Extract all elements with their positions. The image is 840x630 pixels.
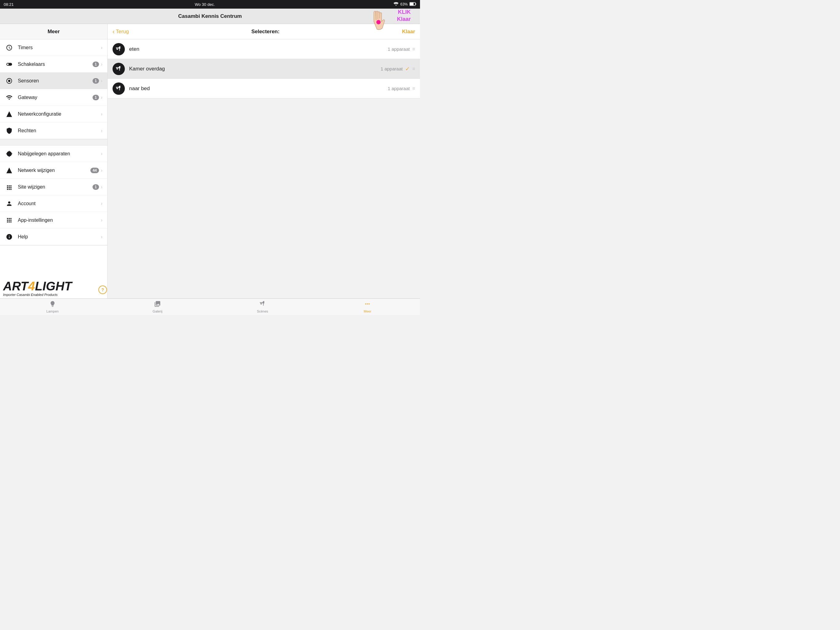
netwerkconfiguratie-chevron: › [101, 111, 103, 117]
schakelaars-badge: 1 [93, 62, 99, 67]
netwerk-wijzigen-chevron: › [101, 168, 103, 173]
sidebar-section-1: Timers › Schakelaars 1 › Sensoren 1 › [0, 40, 107, 139]
nearby-icon [5, 149, 14, 158]
nav-title: Casambi Kennis Centrum [178, 13, 242, 19]
scene-count-kamer-overdag: 1 apparaat [381, 66, 403, 71]
status-bar: 08:21 Wo 30 dec. 63% [0, 0, 420, 9]
gateway-label: Gateway [18, 95, 93, 100]
scene-count-eten: 1 apparaat [388, 46, 410, 52]
sidebar-item-timers[interactable]: Timers › [0, 40, 107, 56]
sidebar-item-site-wijzigen[interactable]: Site wijzigen 1 › [0, 179, 107, 195]
sidebar-item-gateway[interactable]: Gateway 1 › [0, 89, 107, 106]
site-wijzigen-icon [5, 183, 14, 192]
timers-label: Timers [18, 45, 101, 51]
timers-chevron: › [101, 45, 103, 51]
schakelaars-chevron: › [101, 62, 103, 67]
schakelaars-label: Schakelaars [18, 62, 93, 67]
scene-name-kamer-overdag: Kamer overdag [129, 66, 381, 72]
back-chevron-icon: ‹ [112, 28, 115, 35]
battery-icon [409, 2, 416, 7]
content-area: ‹ Terug Selecteren: Klaar eten 1 apparaa… [107, 24, 420, 298]
netwerk-wijzigen-icon [5, 166, 14, 175]
app-instellingen-chevron: › [101, 217, 103, 223]
sidebar-item-netwerk-wijzigen[interactable]: Netwerk wijzigen 44 › [0, 162, 107, 179]
scene-drag-naar-bed: ≡ [412, 86, 415, 91]
scene-drag-eten: ≡ [412, 46, 415, 52]
app-instellingen-label: App-instellingen [18, 217, 101, 223]
lamp-icon [49, 301, 56, 309]
rechten-chevron: › [101, 128, 103, 133]
tab-galerij[interactable]: Galerij [105, 299, 210, 315]
sensor-icon [5, 77, 14, 85]
netwerkconfiguratie-label: Netwerkconfiguratie [18, 111, 101, 117]
sensoren-badge: 1 [93, 78, 99, 84]
gateway-badge: 1 [93, 95, 99, 100]
battery-text: 63% [400, 2, 408, 6]
sidebar-item-schakelaars[interactable]: Schakelaars 1 › [0, 56, 107, 73]
info-icon [5, 233, 14, 241]
status-date: Wo 30 dec. [195, 2, 215, 7]
site-wijzigen-label: Site wijzigen [18, 184, 93, 190]
tab-scenes-label: Scènes [257, 309, 268, 313]
gateway-chevron: › [101, 95, 103, 100]
scene-name-naar-bed: naar bed [129, 85, 388, 92]
sidebar-divider [0, 139, 107, 146]
done-button[interactable]: Klaar [402, 28, 415, 35]
scene-list: eten 1 apparaat ≡ Kamer overdag 1 appara… [107, 40, 420, 98]
sidebar-item-netwerkconfiguratie[interactable]: Netwerkconfiguratie › [0, 106, 107, 122]
svg-rect-2 [415, 3, 416, 5]
account-icon [5, 199, 14, 208]
scene-count-naar-bed: 1 apparaat [388, 86, 410, 91]
network-config-icon [5, 110, 14, 119]
back-button[interactable]: ‹ Terug [112, 28, 129, 35]
tab-bar: Lampen Galerij Scènes Meer [0, 298, 420, 315]
rechten-label: Rechten [18, 128, 101, 133]
account-chevron: › [101, 201, 103, 206]
sidebar-item-app-instellingen[interactable]: App-instellingen › [0, 212, 107, 229]
tab-scenes[interactable]: Scènes [210, 299, 315, 315]
scene-tab-icon [259, 301, 266, 309]
sidebar: Meer Timers › Schakelaars 1 › [0, 24, 107, 298]
more-icon [364, 301, 371, 309]
content-header: ‹ Terug Selecteren: Klaar [107, 24, 420, 40]
clock-icon [5, 43, 14, 52]
switch-icon [5, 60, 14, 69]
svg-rect-1 [410, 3, 414, 5]
nabijgelegen-chevron: › [101, 151, 103, 157]
klik-dot [376, 20, 381, 24]
sidebar-item-account[interactable]: Account › [0, 195, 107, 212]
scene-icon-eten [112, 43, 125, 55]
nav-bar: Casambi Kennis Centrum [0, 9, 420, 24]
sidebar-section-2: Nabijgelegen apparaten › Netwerk wijzige… [0, 146, 107, 245]
scene-item-kamer-overdag[interactable]: Kamer overdag 1 apparaat ✓ ≡ [107, 59, 420, 79]
help-button[interactable]: ? [98, 285, 107, 294]
site-wijzigen-badge: 1 [93, 184, 99, 190]
help-circle-icon: ? [98, 285, 107, 294]
scene-item-naar-bed[interactable]: naar bed 1 apparaat ≡ [107, 79, 420, 98]
shield-icon [5, 127, 14, 135]
sidebar-item-nabijgelegen[interactable]: Nabijgelegen apparaten › [0, 146, 107, 162]
help-chevron: › [101, 234, 103, 240]
scene-drag-kamer-overdag: ≡ [412, 66, 415, 72]
help-label: Help [18, 234, 101, 240]
scene-icon-kamer-overdag [112, 63, 125, 75]
account-label: Account [18, 201, 101, 206]
nabijgelegen-label: Nabijgelegen apparaten [18, 151, 101, 157]
scene-item-eten[interactable]: eten 1 apparaat ≡ [107, 40, 420, 59]
sidebar-item-rechten[interactable]: Rechten › [0, 122, 107, 139]
gateway-icon [5, 93, 14, 102]
scene-icon-naar-bed [112, 82, 125, 95]
tab-lampen[interactable]: Lampen [0, 299, 105, 315]
main-layout: Meer Timers › Schakelaars 1 › [0, 24, 420, 298]
tab-galerij-label: Galerij [153, 309, 163, 313]
back-label: Terug [116, 28, 129, 35]
sidebar-header: Meer [0, 24, 107, 40]
content-title: Selecteren: [134, 28, 397, 35]
tab-meer[interactable]: Meer [315, 299, 420, 315]
sidebar-item-help[interactable]: Help › [0, 229, 107, 245]
sensoren-chevron: › [101, 78, 103, 84]
app-settings-icon [5, 216, 14, 225]
tab-lampen-label: Lampen [46, 309, 59, 313]
sidebar-item-sensoren[interactable]: Sensoren 1 › [0, 73, 107, 89]
tab-meer-label: Meer [364, 309, 371, 313]
